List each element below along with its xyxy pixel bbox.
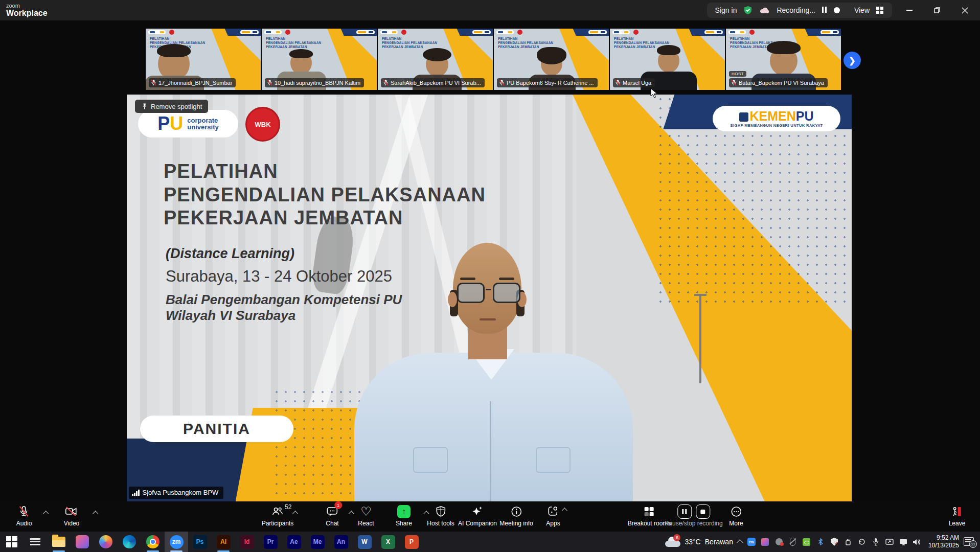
restore-button[interactable] bbox=[927, 3, 947, 18]
apps-button[interactable]: Apps bbox=[546, 504, 560, 527]
spotlight-video[interactable]: PU corporateuniversity WBK KEMENPU SIGAP… bbox=[127, 95, 852, 501]
chat-button[interactable]: 1 Chat bbox=[326, 504, 338, 527]
notification-center-button[interactable]: 11 bbox=[964, 537, 975, 546]
copilot-button[interactable] bbox=[94, 532, 118, 552]
pause-recording-icon[interactable] bbox=[822, 6, 828, 14]
audio-options-caret[interactable] bbox=[43, 511, 49, 516]
cast-tray-icon[interactable] bbox=[885, 537, 894, 546]
participants-caret[interactable] bbox=[292, 511, 298, 516]
media-encoder-button[interactable]: Me bbox=[306, 532, 329, 552]
react-button[interactable]: ♡ React bbox=[358, 504, 374, 527]
taskbar-clock[interactable]: 9:52 AM 10/13/2025 bbox=[928, 534, 959, 549]
minimize-button[interactable] bbox=[899, 3, 920, 18]
powerpoint-button[interactable]: P bbox=[400, 532, 423, 552]
sparkle-icon bbox=[471, 504, 484, 519]
mic-muted-icon bbox=[18, 504, 30, 519]
thumb-pu-logo bbox=[148, 30, 166, 34]
leave-button[interactable]: Leave bbox=[949, 504, 966, 527]
apps-caret[interactable] bbox=[561, 508, 567, 513]
sign-in-button[interactable]: Sign in bbox=[715, 6, 737, 14]
file-explorer-button[interactable] bbox=[47, 532, 71, 552]
weather-widget[interactable]: 6 33°C Berawan bbox=[665, 537, 733, 547]
thumb-wbk-badge bbox=[517, 30, 522, 35]
brand-workplace: Workplace bbox=[6, 9, 48, 17]
more-button[interactable]: More bbox=[729, 504, 743, 527]
speaker-mouth bbox=[480, 318, 496, 320]
share-button[interactable]: ↑ Share bbox=[396, 504, 412, 527]
bluetooth-tray-icon[interactable] bbox=[816, 537, 825, 546]
ai-companion-button[interactable]: AI Companion bbox=[458, 504, 497, 527]
indesign-button[interactable]: Id bbox=[235, 532, 259, 552]
chrome-button[interactable] bbox=[141, 532, 165, 552]
premiere-button[interactable]: Pr bbox=[259, 532, 282, 552]
view-grid-icon[interactable] bbox=[876, 6, 884, 14]
zoom-tray-icon[interactable]: zm bbox=[747, 537, 756, 546]
status-dot-tray-icon[interactable] bbox=[774, 537, 784, 546]
defender-tray-icon[interactable] bbox=[830, 537, 839, 546]
video-options-caret[interactable] bbox=[93, 511, 98, 516]
photoshop-button[interactable]: Ps bbox=[188, 532, 212, 552]
network-tray-icon[interactable] bbox=[899, 537, 908, 546]
mouse-settings-tray-icon[interactable] bbox=[788, 537, 797, 546]
poster-subtitle: (Distance Learning) bbox=[166, 246, 294, 262]
illustrator-button[interactable]: Ai bbox=[212, 532, 235, 552]
tray-expand-chevron[interactable] bbox=[737, 539, 743, 546]
security-shield-icon[interactable] bbox=[743, 5, 753, 15]
recording-controls[interactable]: Pause/stop recording bbox=[665, 504, 722, 527]
speaker-glasses-bridge bbox=[486, 289, 491, 290]
audio-button[interactable]: Audio bbox=[16, 504, 32, 527]
video-button[interactable]: Video bbox=[64, 504, 79, 527]
filmstrip-next-button[interactable]: ❯ bbox=[844, 52, 861, 69]
pause-recording-button[interactable] bbox=[677, 504, 692, 519]
participant-tile[interactable]: PELATIHAN PENGENDALIAN PELAKSANAAN PEKER… bbox=[146, 29, 261, 90]
participant-tile[interactable]: PELATIHAN PENGENDALIAN PELAKSANAAN PEKER… bbox=[494, 29, 609, 90]
mic-off-icon bbox=[267, 79, 272, 86]
weather-cloud-icon: 6 bbox=[665, 537, 680, 547]
start-button[interactable] bbox=[0, 532, 24, 552]
participant-tile[interactable]: PELATIHAN PENGENDALIAN PELAKSANAAN PEKER… bbox=[378, 29, 493, 90]
participants-button[interactable]: 52 Participants bbox=[262, 504, 294, 527]
participant-tile[interactable]: PELATIHAN PENGENDALIAN PELAKSANAAN PEKER… bbox=[726, 29, 841, 90]
photos-button[interactable] bbox=[71, 532, 94, 552]
speaker-glasses bbox=[457, 283, 485, 303]
mic-off-icon bbox=[151, 79, 156, 86]
mic-off-icon bbox=[615, 79, 621, 86]
remove-spotlight-button[interactable]: Remove spotlight bbox=[135, 100, 208, 113]
stop-recording-button[interactable] bbox=[696, 504, 710, 519]
word-button[interactable]: W bbox=[353, 532, 376, 552]
mouse-cursor bbox=[650, 88, 659, 99]
participants-count: 52 bbox=[285, 503, 291, 511]
excel-button[interactable]: X bbox=[376, 532, 400, 552]
speaker-glasses bbox=[493, 283, 520, 303]
after-effects-button[interactable]: Ae bbox=[282, 532, 306, 552]
speaker-eyebrow bbox=[460, 278, 475, 280]
thumb-kemenpu-logo bbox=[472, 30, 491, 34]
nvidia-tray-icon[interactable] bbox=[802, 537, 811, 546]
microphone-tray-icon[interactable] bbox=[871, 537, 880, 546]
host-tools-button[interactable]: Host tools bbox=[427, 504, 454, 527]
powerpoint-icon: P bbox=[405, 535, 419, 549]
view-button[interactable]: View bbox=[854, 6, 870, 14]
sync-tray-icon[interactable] bbox=[857, 537, 867, 546]
task-view-button[interactable] bbox=[24, 532, 47, 552]
meeting-info-button[interactable]: Meeting info bbox=[499, 504, 533, 527]
meeting-toolbar: Audio Video 52 Participants 1 Chat bbox=[0, 501, 980, 532]
animate-button[interactable]: An bbox=[329, 532, 353, 552]
animate-icon: An bbox=[334, 535, 348, 549]
stop-recording-icon[interactable] bbox=[834, 7, 840, 13]
close-button[interactable] bbox=[954, 3, 975, 18]
participant-tile[interactable]: PELATIHAN PENGENDALIAN PELAKSANAAN PEKER… bbox=[262, 29, 377, 90]
volume-tray-icon[interactable] bbox=[913, 537, 922, 546]
participant-name-tag: PU Bapekom6 Sby- R Catherine ... bbox=[497, 78, 598, 87]
cloud-recording-icon bbox=[759, 6, 770, 14]
zoom-app-button[interactable]: zm bbox=[165, 532, 188, 552]
breakout-rooms-icon bbox=[643, 504, 655, 519]
usb-tray-icon[interactable] bbox=[844, 537, 853, 546]
speaker-pocket bbox=[536, 447, 571, 473]
folder-icon bbox=[52, 537, 65, 547]
thumb-pu-logo bbox=[612, 30, 630, 34]
photos-tray-icon[interactable] bbox=[761, 537, 770, 546]
participant-tile[interactable]: PELATIHAN PENGENDALIAN PELAKSANAAN PEKER… bbox=[610, 29, 725, 90]
chat-caret[interactable] bbox=[349, 511, 354, 516]
edge-button[interactable] bbox=[118, 532, 141, 552]
